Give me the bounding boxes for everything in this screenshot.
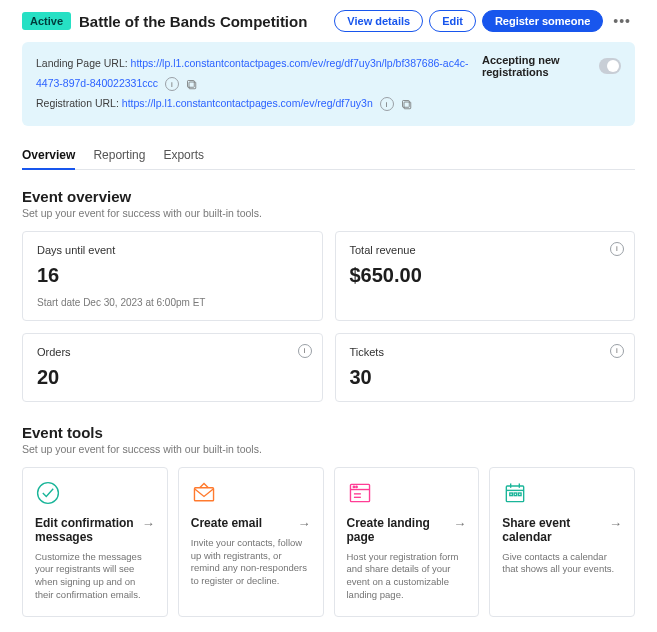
- stat-value: 30: [350, 366, 621, 389]
- start-date-value: Dec 30, 2023 at 6:00pm ET: [83, 297, 205, 308]
- arrow-right-icon: →: [453, 516, 466, 531]
- event-title: Battle of the Bands Competition: [79, 13, 326, 30]
- registration-link[interactable]: https://lp.l1.constantcontactpages.com/e…: [122, 97, 373, 109]
- webpage-icon: [347, 480, 373, 506]
- card-days-until-event: Days until event 16 Start date Dec 30, 2…: [22, 231, 323, 321]
- accepting-toggle[interactable]: [599, 58, 621, 74]
- tool-grid: Edit confirmation messages → Customize t…: [22, 467, 635, 617]
- stat-label: Total revenue: [350, 244, 621, 256]
- tabs: Overview Reporting Exports: [22, 142, 635, 170]
- stat-extra: Start date Dec 30, 2023 at 6:00pm ET: [37, 297, 308, 308]
- tool-share-calendar[interactable]: Share event calendar → Give contacts a c…: [489, 467, 635, 617]
- svg-rect-2: [404, 102, 411, 109]
- tab-overview[interactable]: Overview: [22, 142, 75, 170]
- tool-title: Share event calendar: [502, 516, 603, 545]
- card-orders: i Orders 20: [22, 333, 323, 402]
- svg-rect-16: [510, 493, 513, 496]
- start-date-label: Start date: [37, 297, 80, 308]
- landing-page-row: Landing Page URL: https://lp.l1.constant…: [36, 54, 482, 94]
- tool-create-landing-page[interactable]: Create landing page → Host your registra…: [334, 467, 480, 617]
- svg-point-4: [38, 482, 59, 503]
- tool-desc: Host your registration form and share de…: [347, 551, 467, 602]
- copy-icon[interactable]: [186, 78, 198, 90]
- more-menu-button[interactable]: •••: [609, 13, 635, 29]
- info-icon[interactable]: i: [165, 77, 179, 91]
- registration-label: Registration URL:: [36, 97, 119, 109]
- view-details-button[interactable]: View details: [334, 10, 423, 32]
- status-badge: Active: [22, 12, 71, 30]
- stat-value: $650.00: [350, 264, 621, 287]
- tool-title: Edit confirmation messages: [35, 516, 136, 545]
- edit-button[interactable]: Edit: [429, 10, 476, 32]
- tab-reporting[interactable]: Reporting: [93, 142, 145, 169]
- card-total-revenue: i Total revenue $650.00: [335, 231, 636, 321]
- svg-rect-1: [187, 81, 194, 88]
- tools-subtext: Set up your event for success with our b…: [22, 443, 635, 455]
- registration-url-row: Registration URL: https://lp.l1.constant…: [36, 94, 482, 114]
- svg-point-8: [353, 486, 354, 487]
- checkmark-circle-icon: [35, 480, 61, 506]
- info-icon[interactable]: i: [298, 344, 312, 358]
- info-icon[interactable]: i: [380, 97, 394, 111]
- stat-label: Days until event: [37, 244, 308, 256]
- overview-heading: Event overview: [22, 188, 635, 205]
- tool-edit-confirmation[interactable]: Edit confirmation messages → Customize t…: [22, 467, 168, 617]
- tool-desc: Customize the messages your registrants …: [35, 551, 155, 602]
- register-someone-button[interactable]: Register someone: [482, 10, 603, 32]
- arrow-right-icon: →: [298, 516, 311, 531]
- overview-subtext: Set up your event for success with our b…: [22, 207, 635, 219]
- arrow-right-icon: →: [142, 516, 155, 531]
- arrow-right-icon: →: [609, 516, 622, 531]
- svg-rect-5: [194, 488, 213, 501]
- tool-desc: Give contacts a calendar that shows all …: [502, 551, 622, 577]
- header-actions: View details Edit Register someone •••: [334, 10, 635, 32]
- envelope-icon: [191, 480, 217, 506]
- url-panel: Landing Page URL: https://lp.l1.constant…: [22, 42, 635, 126]
- accepting-registrations: Accepting new registrations: [482, 54, 621, 78]
- stat-grid: Days until event 16 Start date Dec 30, 2…: [22, 231, 635, 402]
- accepting-label: Accepting new registrations: [482, 54, 591, 78]
- tool-title: Create landing page: [347, 516, 448, 545]
- tool-create-email[interactable]: Create email → Invite your contacts, fol…: [178, 467, 324, 617]
- stat-label: Orders: [37, 346, 308, 358]
- header: Active Battle of the Bands Competition V…: [22, 10, 635, 32]
- info-icon[interactable]: i: [610, 344, 624, 358]
- calendar-icon: [502, 480, 528, 506]
- tool-desc: Invite your contacts, follow up with reg…: [191, 537, 311, 588]
- svg-rect-18: [519, 493, 522, 496]
- svg-rect-0: [189, 82, 196, 89]
- stat-value: 20: [37, 366, 308, 389]
- tools-heading: Event tools: [22, 424, 635, 441]
- landing-page-label: Landing Page URL:: [36, 57, 128, 69]
- svg-rect-3: [402, 101, 409, 108]
- stat-label: Tickets: [350, 346, 621, 358]
- tab-exports[interactable]: Exports: [163, 142, 204, 169]
- tool-title: Create email: [191, 516, 262, 530]
- stat-value: 16: [37, 264, 308, 287]
- svg-point-9: [355, 486, 356, 487]
- url-lines: Landing Page URL: https://lp.l1.constant…: [36, 54, 482, 114]
- copy-icon[interactable]: [401, 98, 413, 110]
- card-tickets: i Tickets 30: [335, 333, 636, 402]
- info-icon[interactable]: i: [610, 242, 624, 256]
- svg-rect-17: [514, 493, 517, 496]
